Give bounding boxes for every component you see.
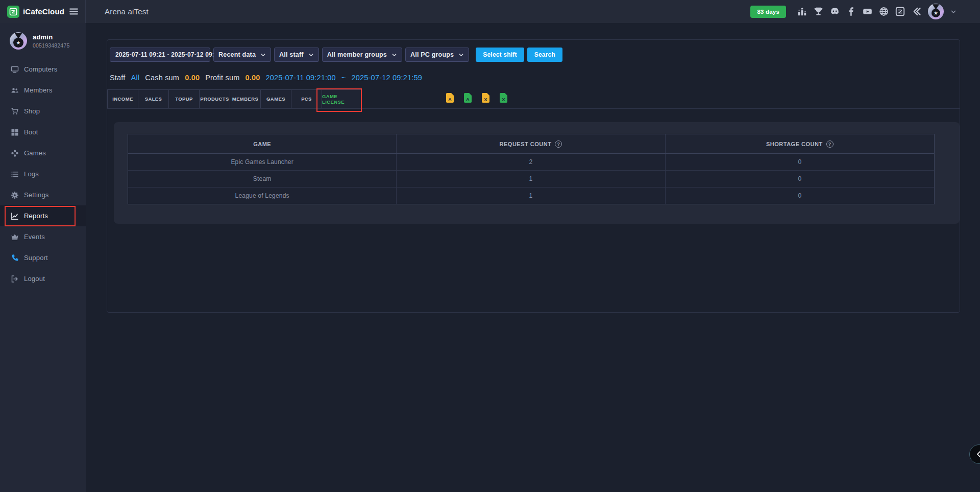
cash-sum-label: Cash sum bbox=[145, 74, 179, 82]
game-license-table: GAMEREQUEST COUNT?SHORTAGE COUNT? Epic G… bbox=[128, 134, 935, 204]
sidebar-item-shop[interactable]: Shop bbox=[0, 101, 86, 122]
topbar: iCafeCloud Arena aiTest 83 days ★ bbox=[0, 0, 980, 23]
sidebar-item-logs[interactable]: Logs bbox=[0, 163, 86, 184]
table-cell: Steam bbox=[128, 171, 397, 187]
icafecloud-logo[interactable]: iCafeCloud bbox=[7, 6, 64, 18]
column-label: GAME bbox=[253, 141, 271, 147]
sidebar-item-games[interactable]: Games bbox=[0, 143, 86, 163]
column-label: REQUEST COUNT bbox=[500, 141, 552, 147]
export-excel-green-button[interactable]: X bbox=[500, 93, 507, 103]
dropdown-value: All member groups bbox=[327, 51, 387, 58]
filter-bar: 2025-07-11 09:21 - 2025-07-12 09:21 Rece… bbox=[110, 48, 562, 62]
user-name: admin bbox=[33, 33, 69, 41]
sidebar-item-boot[interactable]: Boot bbox=[0, 122, 86, 143]
tab-products[interactable]: PRODUCTS bbox=[199, 89, 230, 108]
tab-label: MEMBERS bbox=[232, 96, 258, 102]
table-column-header-0: GAME bbox=[128, 134, 397, 153]
table-cell: 2 bbox=[397, 154, 665, 170]
globe-icon[interactable] bbox=[879, 7, 889, 16]
tab-label: GAMES bbox=[266, 96, 285, 102]
reports-panel: 2025-07-11 09:21 - 2025-07-12 09:21 Rece… bbox=[107, 39, 960, 313]
sidebar-item-label: Support bbox=[24, 254, 48, 262]
sidebar-user-avatar[interactable]: ★ bbox=[10, 32, 27, 50]
ranking-icon[interactable] bbox=[797, 7, 807, 16]
chart-icon bbox=[11, 212, 19, 220]
tab-topup[interactable]: TOPUP bbox=[168, 89, 200, 108]
facebook-icon[interactable] bbox=[846, 7, 856, 16]
staff-value[interactable]: All bbox=[131, 74, 140, 82]
sidebar-item-members[interactable]: Members bbox=[0, 80, 86, 101]
table-row[interactable]: League of Legends10 bbox=[128, 188, 934, 204]
table-column-header-2: SHORTAGE COUNT? bbox=[666, 134, 934, 153]
cart-icon bbox=[11, 107, 19, 115]
tab-pcs[interactable]: PCS bbox=[291, 89, 322, 108]
dropdown-value: All staff bbox=[279, 51, 304, 58]
tab-members[interactable]: MEMBERS bbox=[230, 89, 261, 108]
table-cell: League of Legends bbox=[128, 188, 397, 204]
sidebar-item-reports[interactable]: Reports bbox=[0, 205, 86, 226]
sidebar: ★ admin 005193482475 ComputersMembersSho… bbox=[0, 23, 86, 492]
pc-groups-select[interactable]: All PC groups bbox=[405, 48, 469, 62]
search-button[interactable]: Search bbox=[527, 48, 562, 62]
sidebar-item-label: Boot bbox=[24, 128, 38, 136]
report-card: GAMEREQUEST COUNT?SHORTAGE COUNT? Epic G… bbox=[114, 122, 960, 224]
sidebar-item-label: Events bbox=[24, 233, 45, 241]
trophy-icon[interactable] bbox=[814, 7, 823, 16]
table-row[interactable]: Steam10 bbox=[128, 171, 934, 188]
main-content: 2025-07-11 09:21 - 2025-07-12 09:21 Rece… bbox=[86, 23, 980, 492]
tab-label: INCOME bbox=[112, 96, 133, 102]
chevron-down-icon bbox=[260, 52, 266, 58]
sidebar-item-events[interactable]: Events bbox=[0, 226, 86, 247]
sidebar-item-label: Logs bbox=[24, 170, 39, 178]
date-range-input[interactable]: 2025-07-11 09:21 - 2025-07-12 09:21 bbox=[110, 48, 210, 62]
help-icon[interactable]: ? bbox=[555, 140, 562, 148]
sidebar-user-info: admin 005193482475 bbox=[33, 33, 69, 49]
sidebar-item-label: Shop bbox=[24, 107, 40, 115]
license-days-badge[interactable]: 83 days bbox=[750, 6, 786, 18]
account-chevron-down-icon[interactable] bbox=[950, 9, 957, 15]
brand-name: iCafeCloud bbox=[23, 7, 64, 16]
export-buttons: AAXX bbox=[446, 93, 507, 103]
sidebar-item-label: Logout bbox=[24, 275, 45, 283]
tab-sales[interactable]: SALES bbox=[138, 89, 169, 108]
profit-sum-label: Profit sum bbox=[205, 74, 239, 82]
icafe-icon[interactable] bbox=[895, 7, 905, 16]
topbar-actions: 83 days ★ bbox=[750, 4, 980, 19]
staff-select[interactable]: All staff bbox=[274, 48, 319, 62]
table-row[interactable]: Epic Games Launcher20 bbox=[128, 154, 934, 171]
member-groups-select[interactable]: All member groups bbox=[322, 48, 402, 62]
tab-label: TOPUP bbox=[175, 96, 193, 102]
staff-label: Staff bbox=[110, 74, 126, 82]
hamburger-menu-icon[interactable] bbox=[69, 7, 79, 16]
discord-icon[interactable] bbox=[830, 7, 840, 16]
sidebar-item-label: Reports bbox=[24, 212, 48, 220]
tab-label: PRODUCTS bbox=[200, 96, 229, 102]
user-avatar[interactable]: ★ bbox=[928, 4, 944, 19]
table-cell: Epic Games Launcher bbox=[128, 154, 397, 170]
gamepad-icon bbox=[11, 149, 19, 157]
report-tabs: INCOMESALESTOPUPPRODUCTSMEMBERSGAMESPCSG… bbox=[107, 89, 960, 109]
sidebar-item-logout[interactable]: Logout bbox=[0, 268, 86, 289]
page-title: Arena aiTest bbox=[105, 7, 149, 16]
export-pdf-green-button[interactable]: A bbox=[464, 93, 472, 103]
dropdown-value: Recent data bbox=[218, 51, 256, 58]
tab-games[interactable]: GAMES bbox=[260, 89, 291, 108]
help-icon[interactable]: ? bbox=[826, 140, 834, 148]
export-excel-yellow-button[interactable]: X bbox=[482, 93, 489, 103]
tab-game-license[interactable]: GAME LICENSE bbox=[322, 89, 361, 108]
youtube-icon[interactable] bbox=[863, 7, 872, 16]
chevrons-icon[interactable] bbox=[912, 7, 921, 16]
period-start: 2025-07-11 09:21:00 bbox=[265, 74, 335, 82]
export-pdf-yellow-button[interactable]: A bbox=[446, 93, 454, 103]
period-end: 2025-07-12 09:21:59 bbox=[352, 74, 422, 82]
sidebar-menu: ComputersMembersShopBootGamesLogsSetting… bbox=[0, 59, 86, 289]
sidebar-item-computers[interactable]: Computers bbox=[0, 59, 86, 80]
select-shift-button[interactable]: Select shift bbox=[476, 48, 524, 62]
recent-data-select[interactable]: Recent data bbox=[213, 48, 271, 62]
table-column-header-1: REQUEST COUNT? bbox=[397, 134, 665, 153]
sidebar-item-support[interactable]: Support bbox=[0, 247, 86, 268]
icafecloud-logo-icon bbox=[7, 6, 19, 18]
sidebar-item-settings[interactable]: Settings bbox=[0, 184, 86, 205]
tab-income[interactable]: INCOME bbox=[107, 89, 138, 108]
chevron-down-icon bbox=[308, 52, 314, 58]
